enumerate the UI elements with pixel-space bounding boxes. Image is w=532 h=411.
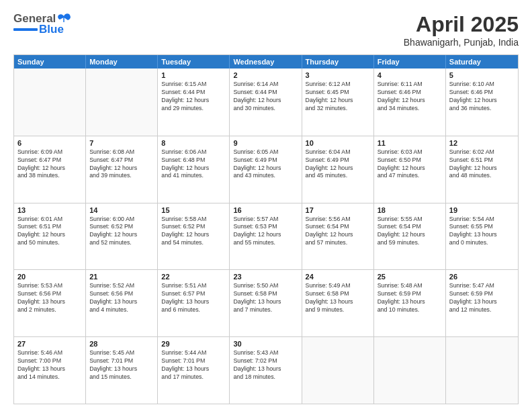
empty-cell: [86, 68, 158, 136]
day-cell-15: 15Sunrise: 5:58 AM Sunset: 6:52 PM Dayli…: [158, 203, 230, 270]
day-cell-12: 12Sunrise: 6:02 AM Sunset: 6:51 PM Dayli…: [446, 136, 518, 203]
day-number: 2: [233, 71, 298, 79]
day-cell-29: 29Sunrise: 5:44 AM Sunset: 7:01 PM Dayli…: [158, 337, 230, 404]
day-info: Sunrise: 5:45 AM Sunset: 7:01 PM Dayligh…: [89, 349, 154, 381]
day-cell-2: 2Sunrise: 6:14 AM Sunset: 6:44 PM Daylig…: [230, 68, 302, 136]
day-number: 4: [378, 71, 442, 79]
day-cell-3: 3Sunrise: 6:12 AM Sunset: 6:45 PM Daylig…: [302, 68, 374, 136]
day-info: Sunrise: 5:44 AM Sunset: 7:01 PM Dayligh…: [161, 349, 226, 381]
day-cell-1: 1Sunrise: 6:15 AM Sunset: 6:44 PM Daylig…: [158, 68, 230, 136]
day-info: Sunrise: 5:52 AM Sunset: 6:56 PM Dayligh…: [89, 282, 154, 314]
day-info: Sunrise: 5:46 AM Sunset: 7:00 PM Dayligh…: [17, 349, 82, 381]
month-title: April 2025: [404, 12, 519, 37]
day-number: 7: [89, 139, 154, 147]
title-block: April 2025 Bhawanigarh, Punjab, India: [404, 12, 519, 48]
day-cell-25: 25Sunrise: 5:48 AM Sunset: 6:59 PM Dayli…: [374, 270, 446, 336]
day-number: 8: [161, 139, 226, 147]
day-cell-9: 9Sunrise: 6:05 AM Sunset: 6:49 PM Daylig…: [230, 136, 302, 203]
day-number: 5: [449, 71, 515, 79]
day-cell-11: 11Sunrise: 6:03 AM Sunset: 6:50 PM Dayli…: [374, 136, 446, 203]
weekday-header-sunday: Sunday: [14, 55, 86, 68]
day-info: Sunrise: 6:04 AM Sunset: 6:49 PM Dayligh…: [306, 148, 370, 181]
day-number: 12: [449, 139, 515, 147]
day-number: 9: [233, 139, 298, 147]
weekday-header-monday: Monday: [86, 55, 158, 68]
weekday-header-tuesday: Tuesday: [158, 55, 230, 68]
day-cell-27: 27Sunrise: 5:46 AM Sunset: 7:00 PM Dayli…: [14, 337, 86, 404]
day-info: Sunrise: 6:00 AM Sunset: 6:52 PM Dayligh…: [89, 216, 154, 248]
day-cell-20: 20Sunrise: 5:53 AM Sunset: 6:56 PM Dayli…: [14, 270, 86, 336]
day-number: 14: [89, 206, 154, 214]
day-number: 20: [17, 273, 82, 281]
day-info: Sunrise: 5:57 AM Sunset: 6:53 PM Dayligh…: [233, 216, 298, 248]
day-cell-19: 19Sunrise: 5:54 AM Sunset: 6:55 PM Dayli…: [446, 203, 518, 270]
calendar-header: SundayMondayTuesdayWednesdayThursdayFrid…: [14, 55, 518, 68]
calendar: SundayMondayTuesdayWednesdayThursdayFrid…: [13, 54, 519, 404]
day-info: Sunrise: 6:03 AM Sunset: 6:50 PM Dayligh…: [378, 148, 442, 181]
day-number: 29: [161, 340, 226, 348]
day-cell-24: 24Sunrise: 5:49 AM Sunset: 6:58 PM Dayli…: [302, 270, 374, 336]
weekday-header-thursday: Thursday: [302, 55, 374, 68]
day-cell-16: 16Sunrise: 5:57 AM Sunset: 6:53 PM Dayli…: [230, 203, 302, 270]
weekday-header-wednesday: Wednesday: [230, 55, 302, 68]
day-info: Sunrise: 6:05 AM Sunset: 6:49 PM Dayligh…: [233, 148, 298, 181]
day-cell-21: 21Sunrise: 5:52 AM Sunset: 6:56 PM Dayli…: [86, 270, 158, 336]
day-number: 10: [306, 139, 370, 147]
day-cell-28: 28Sunrise: 5:45 AM Sunset: 7:01 PM Dayli…: [86, 337, 158, 404]
day-cell-4: 4Sunrise: 6:11 AM Sunset: 6:46 PM Daylig…: [374, 68, 446, 136]
day-info: Sunrise: 6:10 AM Sunset: 6:46 PM Dayligh…: [449, 81, 515, 113]
day-info: Sunrise: 5:54 AM Sunset: 6:55 PM Dayligh…: [449, 216, 515, 248]
day-number: 19: [449, 206, 515, 214]
day-number: 25: [378, 273, 442, 281]
day-info: Sunrise: 6:15 AM Sunset: 6:44 PM Dayligh…: [161, 81, 226, 113]
week-row-2: 6Sunrise: 6:09 AM Sunset: 6:47 PM Daylig…: [14, 136, 518, 203]
day-cell-5: 5Sunrise: 6:10 AM Sunset: 6:46 PM Daylig…: [446, 68, 518, 136]
day-number: 3: [306, 71, 370, 79]
calendar-body: 1Sunrise: 6:15 AM Sunset: 6:44 PM Daylig…: [14, 68, 518, 404]
day-number: 16: [233, 206, 298, 214]
page: General Blue April 2025 Bhawanigarh, Pun…: [0, 0, 532, 411]
header: General Blue April 2025 Bhawanigarh, Pun…: [13, 12, 519, 48]
day-cell-30: 30Sunrise: 5:43 AM Sunset: 7:02 PM Dayli…: [230, 337, 302, 404]
day-info: Sunrise: 6:14 AM Sunset: 6:44 PM Dayligh…: [233, 81, 298, 113]
day-cell-14: 14Sunrise: 6:00 AM Sunset: 6:52 PM Dayli…: [86, 203, 158, 270]
weekday-header-saturday: Saturday: [446, 55, 518, 68]
day-info: Sunrise: 5:53 AM Sunset: 6:56 PM Dayligh…: [17, 282, 82, 314]
day-info: Sunrise: 6:12 AM Sunset: 6:45 PM Dayligh…: [306, 81, 370, 113]
day-number: 11: [378, 139, 442, 147]
day-info: Sunrise: 5:58 AM Sunset: 6:52 PM Dayligh…: [161, 216, 226, 248]
day-cell-7: 7Sunrise: 6:08 AM Sunset: 6:47 PM Daylig…: [86, 136, 158, 203]
day-info: Sunrise: 6:06 AM Sunset: 6:48 PM Dayligh…: [161, 148, 226, 181]
day-info: Sunrise: 6:02 AM Sunset: 6:51 PM Dayligh…: [449, 148, 515, 181]
week-row-1: 1Sunrise: 6:15 AM Sunset: 6:44 PM Daylig…: [14, 68, 518, 136]
day-info: Sunrise: 5:56 AM Sunset: 6:54 PM Dayligh…: [306, 216, 370, 248]
day-info: Sunrise: 5:50 AM Sunset: 6:58 PM Dayligh…: [233, 282, 298, 314]
day-cell-6: 6Sunrise: 6:09 AM Sunset: 6:47 PM Daylig…: [14, 136, 86, 203]
logo: General Blue: [13, 12, 73, 36]
empty-cell: [14, 68, 86, 136]
day-number: 27: [17, 340, 82, 348]
day-info: Sunrise: 6:11 AM Sunset: 6:46 PM Dayligh…: [378, 81, 442, 113]
day-info: Sunrise: 5:47 AM Sunset: 6:59 PM Dayligh…: [449, 282, 515, 314]
day-cell-10: 10Sunrise: 6:04 AM Sunset: 6:49 PM Dayli…: [302, 136, 374, 203]
day-number: 17: [306, 206, 370, 214]
day-number: 1: [161, 71, 226, 79]
day-number: 15: [161, 206, 226, 214]
day-number: 30: [233, 340, 298, 348]
day-number: 28: [89, 340, 154, 348]
day-info: Sunrise: 6:01 AM Sunset: 6:51 PM Dayligh…: [17, 216, 82, 248]
day-number: 6: [17, 139, 82, 147]
day-info: Sunrise: 5:49 AM Sunset: 6:58 PM Dayligh…: [306, 282, 370, 314]
day-info: Sunrise: 6:09 AM Sunset: 6:47 PM Dayligh…: [17, 148, 82, 181]
day-cell-13: 13Sunrise: 6:01 AM Sunset: 6:51 PM Dayli…: [14, 203, 86, 270]
day-info: Sunrise: 5:51 AM Sunset: 6:57 PM Dayligh…: [161, 282, 226, 314]
day-cell-26: 26Sunrise: 5:47 AM Sunset: 6:59 PM Dayli…: [446, 270, 518, 336]
day-info: Sunrise: 5:48 AM Sunset: 6:59 PM Dayligh…: [378, 282, 442, 314]
day-info: Sunrise: 6:08 AM Sunset: 6:47 PM Dayligh…: [89, 148, 154, 181]
day-cell-22: 22Sunrise: 5:51 AM Sunset: 6:57 PM Dayli…: [158, 270, 230, 336]
empty-cell: [302, 337, 374, 404]
empty-cell: [446, 337, 518, 404]
day-number: 21: [89, 273, 154, 281]
day-info: Sunrise: 5:55 AM Sunset: 6:54 PM Dayligh…: [378, 216, 442, 248]
day-number: 24: [306, 273, 370, 281]
